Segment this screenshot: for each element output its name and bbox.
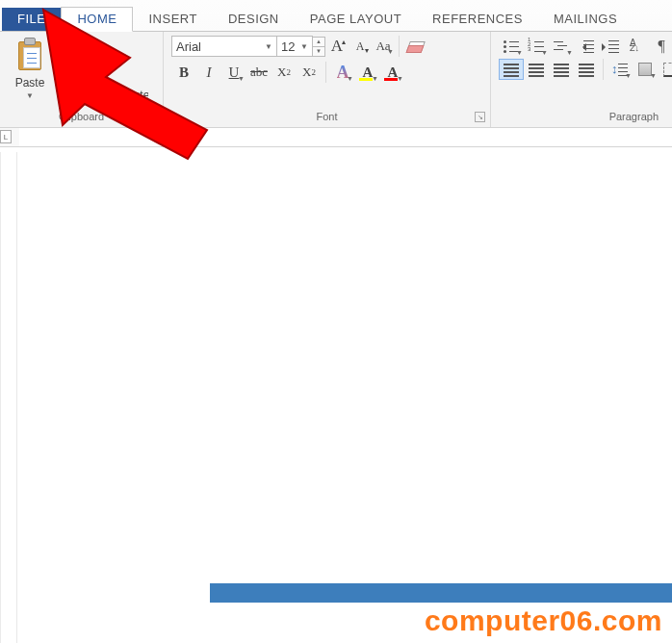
group-paragraph-label: Paragraph: [499, 109, 664, 125]
font-size-stepper: ▲ ▼: [312, 37, 325, 57]
align-center-icon: [529, 64, 544, 75]
tab-references[interactable]: REFERENCES: [417, 8, 538, 31]
line-spacing-button[interactable]: ▼: [607, 59, 633, 80]
ruler-page-area: [19, 128, 672, 146]
chevron-down-icon: ▼: [300, 42, 308, 51]
bold-button[interactable]: B: [171, 61, 196, 84]
change-case-button[interactable]: Aa▼: [372, 36, 395, 57]
copy-button[interactable]: [58, 63, 79, 82]
ribbon: Paste ▼ Format Painter C: [0, 31, 672, 127]
watermark-bar: [210, 583, 672, 603]
clear-formatting-button[interactable]: [403, 36, 426, 57]
horizontal-ruler[interactable]: L: [0, 128, 672, 147]
separator: [603, 59, 604, 80]
decrease-indent-button[interactable]: [574, 36, 599, 57]
eraser-icon: [404, 36, 426, 57]
font-size-combo[interactable]: 12 ▼: [276, 36, 313, 57]
align-right-icon: [554, 64, 569, 75]
sort-icon: [630, 39, 643, 53]
pilcrow-icon: ¶: [658, 38, 664, 55]
paste-label: Paste: [15, 76, 45, 90]
scissors-icon: [61, 39, 76, 55]
align-center-button[interactable]: [524, 59, 549, 80]
tab-home[interactable]: HOME: [61, 7, 133, 32]
highlight-color-button[interactable]: A▼: [355, 61, 380, 84]
justify-icon: [579, 64, 594, 75]
separator: [399, 36, 400, 57]
watermark-text: computer06.com: [425, 604, 662, 637]
tab-page-layout[interactable]: PAGE LAYOUT: [295, 8, 417, 31]
underline-button[interactable]: U▼: [221, 61, 246, 84]
svg-rect-4: [61, 90, 70, 94]
font-launcher[interactable]: [475, 112, 485, 122]
multilevel-list-button[interactable]: ▼: [549, 36, 574, 57]
increase-indent-icon: [604, 39, 619, 53]
cut-button[interactable]: [58, 38, 79, 57]
superscript-button[interactable]: X2: [297, 61, 322, 84]
document-area[interactable]: [0, 152, 672, 643]
sort-button[interactable]: [624, 36, 649, 57]
format-painter-label: Format Painter: [77, 89, 148, 102]
ribbon-tabs: FILE HOME INSERT DESIGN PAGE LAYOUT REFE…: [0, 4, 672, 31]
subscript-button[interactable]: X2: [271, 61, 297, 84]
numbering-button[interactable]: ▼: [524, 36, 549, 57]
font-color-button[interactable]: A▼: [380, 61, 405, 84]
tab-design[interactable]: DESIGN: [213, 8, 295, 31]
paste-button[interactable]: Paste ▼: [8, 36, 52, 100]
grow-font-button[interactable]: A▴: [325, 36, 349, 57]
brush-icon: [58, 88, 73, 103]
text-effects-button[interactable]: A▼: [330, 61, 355, 84]
align-left-icon: [504, 64, 519, 75]
group-paragraph: ▼ ▼ ▼ ¶ ▼ ▼: [491, 32, 672, 127]
show-hide-button[interactable]: ¶: [649, 36, 672, 57]
ribbon-container: FILE HOME INSERT DESIGN PAGE LAYOUT REFE…: [0, 0, 672, 128]
clipboard-launcher[interactable]: [147, 112, 158, 122]
align-left-button[interactable]: [499, 59, 524, 80]
paste-icon: [15, 36, 44, 74]
bullets-button[interactable]: ▼: [499, 36, 524, 57]
tab-mailings[interactable]: MAILINGS: [538, 8, 633, 31]
format-painter-button[interactable]: Format Painter: [58, 88, 148, 103]
tab-selector[interactable]: L: [0, 130, 12, 143]
font-size-stepper-down[interactable]: ▼: [312, 46, 325, 57]
decrease-indent-icon: [579, 39, 594, 53]
group-font-label: Font: [171, 109, 482, 125]
group-clipboard: Paste ▼ Format Painter C: [0, 32, 164, 127]
justify-button[interactable]: [574, 59, 599, 80]
group-clipboard-label: Clipboard: [8, 109, 155, 125]
increase-indent-button[interactable]: [599, 36, 624, 57]
font-name-combo[interactable]: Arial ▼: [171, 36, 277, 57]
tab-file[interactable]: FILE: [2, 8, 61, 31]
borders-icon: [663, 63, 672, 76]
strikethrough-button[interactable]: abc: [246, 61, 271, 84]
separator: [325, 62, 326, 83]
font-size-value: 12: [281, 39, 295, 54]
borders-button[interactable]: ▼: [658, 59, 672, 80]
shrink-font-button[interactable]: A▾: [349, 36, 372, 57]
shading-button[interactable]: ▼: [633, 59, 658, 80]
italic-button[interactable]: I: [196, 61, 221, 84]
align-right-button[interactable]: [549, 59, 574, 80]
tab-insert[interactable]: INSERT: [133, 8, 212, 31]
svg-rect-5: [64, 94, 67, 101]
font-name-value: Arial: [176, 39, 201, 54]
chevron-down-icon: ▼: [265, 42, 272, 51]
svg-point-1: [70, 49, 74, 53]
svg-rect-3: [65, 69, 74, 80]
group-font: Arial ▼ 12 ▼ ▲ ▼ A▴: [164, 32, 491, 127]
copy-icon: [61, 64, 76, 80]
